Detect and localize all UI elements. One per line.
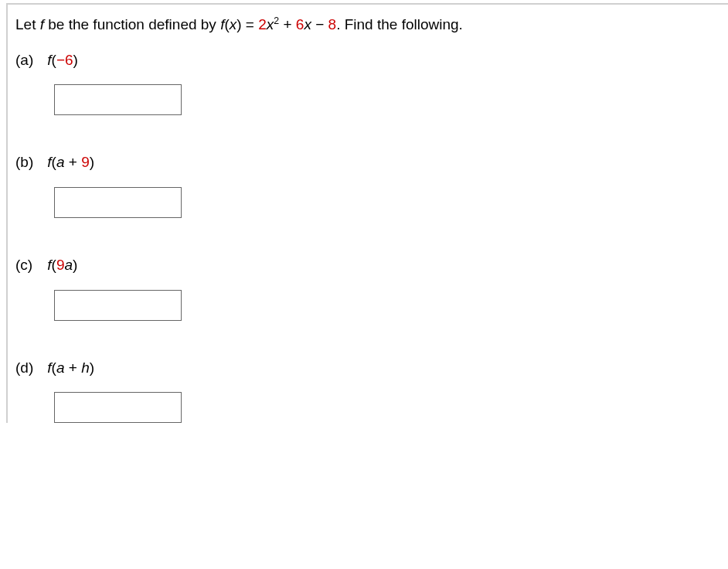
answer-box-b [54,187,182,218]
prompt-x2: x [267,16,274,32]
part-c-close: ) [73,257,77,273]
answer-input-a[interactable] [55,85,181,114]
part-a-label: (a) f(−6) [15,50,728,71]
part-d-h: h [81,359,90,376]
part-c-label: (c) f(9a) [15,255,728,276]
part-c: (c) f(9a) [15,255,728,321]
prompt-plus: + [279,16,296,32]
prompt-coef6: 6 [296,16,304,32]
part-a: (a) f(−6) [15,50,728,116]
part-d-a: a [56,359,65,376]
part-d-close: ) [90,359,94,376]
part-a-neg6: −6 [56,52,73,68]
question-prompt: Let f be the function defined by f(x) = … [8,5,728,43]
part-c-marker: (c) [15,255,43,276]
question-container: Let f be the function defined by f(x) = … [6,3,728,423]
part-c-a: a [64,257,73,273]
part-d-label: (d) f(a + h) [15,358,728,379]
answer-input-c[interactable] [55,291,181,320]
parts-list: (a) f(−6) (b) f(a + 9) [8,43,728,423]
part-b-marker: (b) [15,152,43,173]
answer-input-b[interactable] [55,188,181,217]
part-b-a: a [56,154,65,170]
part-b-label: (b) f(a + 9) [15,152,728,173]
prompt-x3: x [304,16,311,32]
answer-box-d [54,392,182,423]
part-c-nine: 9 [56,257,65,273]
part-b: (b) f(a + 9) [15,152,728,218]
prompt-mid1: be the function defined by [44,16,220,32]
prompt-minus: − [311,16,328,32]
answer-box-c [54,290,182,321]
answer-input-d[interactable] [55,393,181,422]
prompt-const8: 8 [328,16,337,32]
part-b-plus: + [64,154,81,170]
prompt-coef2: 2 [258,16,267,32]
prompt-x1: x [230,16,237,32]
answer-box-a [54,84,182,115]
part-a-close: ) [73,52,78,68]
prompt-tail: . Find the following. [336,16,463,32]
part-d: (d) f(a + h) [15,358,728,424]
prompt-eq: = [242,16,259,32]
part-b-nine: 9 [81,154,90,170]
prompt-lead: Let [15,16,40,32]
part-a-marker: (a) [15,50,43,71]
part-d-plus: + [64,359,81,376]
part-d-marker: (d) [15,358,43,379]
part-b-close: ) [90,154,94,170]
